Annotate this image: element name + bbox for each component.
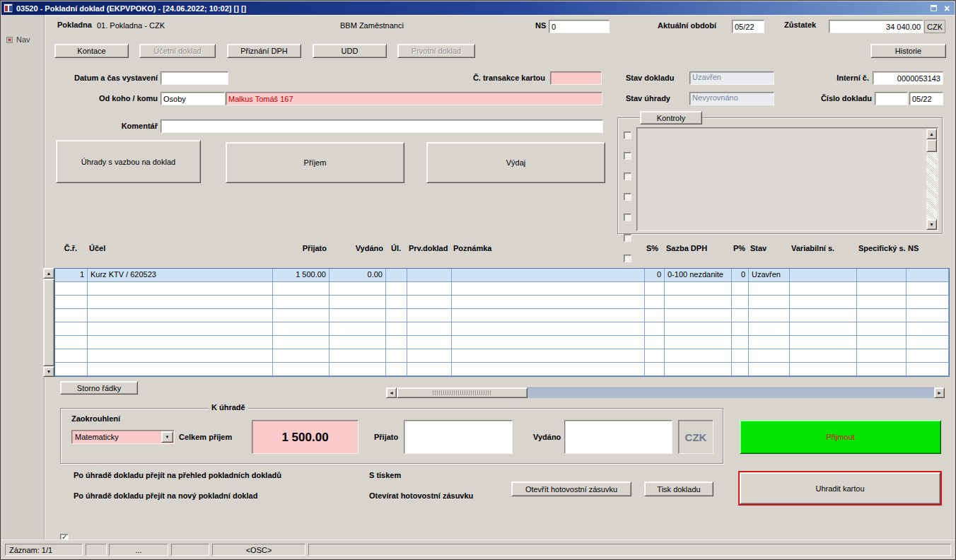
app-window: 03520 - Pokladní doklad (EKPVPOKO) - [24… (0, 0, 956, 560)
scroll-up-button[interactable]: ▲ (43, 268, 54, 279)
komentar-input[interactable] (161, 119, 603, 133)
cislo-input[interactable] (875, 92, 908, 105)
datum-input[interactable] (161, 71, 228, 85)
ns-input[interactable] (549, 20, 610, 33)
table-row-empty[interactable] (55, 336, 949, 349)
table-horizontal-scrollbar[interactable]: ◄ ► (386, 387, 945, 398)
ns-label: NS (535, 21, 546, 30)
cell-variabilni (790, 269, 857, 282)
col-header: Přijato (272, 244, 329, 255)
pokladna-label: Pokladna (57, 21, 92, 29)
arrow-down-icon: ▼ (47, 369, 52, 374)
close-icon: × (944, 4, 950, 13)
arrow-up-icon: ▲ (929, 129, 934, 139)
cell-prvdoklad (407, 269, 452, 282)
kontroly-button[interactable]: Kontroly (640, 111, 702, 124)
scroll-track[interactable] (527, 387, 934, 398)
table-row-empty[interactable] (55, 363, 949, 376)
col-header: P% (731, 244, 748, 255)
cell-sazba: 0-100 nezdanite (665, 269, 732, 282)
table-header-row: Č.ř. Účel Přijato Vydáno Úl. Prv.doklad … (54, 244, 950, 255)
scroll-right-button[interactable]: ► (934, 387, 945, 398)
cell-prijato: 1 500.00 (273, 269, 330, 282)
statusbar-dots: ... (109, 544, 168, 556)
kontroly-checkbox: ✓ (624, 132, 631, 139)
scroll-thumb[interactable] (926, 139, 937, 152)
priznani-dph-button[interactable]: Přiznání DPH (227, 44, 301, 58)
table-body: 1 Kurz KTV / 620523 1 500.00 0.00 0 0-10… (54, 268, 950, 377)
cell-poznamka (452, 269, 645, 282)
table-row-empty[interactable] (55, 309, 949, 322)
kontroly-list: ▲ ▼ (636, 127, 938, 231)
scroll-up-button[interactable]: ▲ (926, 129, 937, 139)
restore-icon (931, 5, 937, 11)
cell-stav: Uzavřen (749, 269, 790, 282)
cell-ul (386, 269, 407, 282)
celkem-value: 1 500.00 (252, 420, 358, 454)
arrow-down-icon: ▼ (929, 219, 934, 230)
uhrady-vazba-button[interactable]: Úhrady s vazbou na doklad (56, 140, 201, 183)
otevrit-zasuvku-button[interactable]: Otevřít hotovostní zásuvku (511, 482, 631, 496)
window-restore-button[interactable] (928, 3, 939, 13)
odkoho-value-input[interactable] (226, 92, 602, 105)
kontroly-scrollbar[interactable]: ▲ ▼ (926, 129, 937, 230)
vydaj-button[interactable]: Výdaj (426, 142, 605, 183)
prijmout-button[interactable]: Přijmout (740, 420, 941, 454)
table-row-empty[interactable] (55, 296, 949, 309)
scroll-thumb[interactable] (43, 279, 54, 366)
arrow-right-icon: ► (937, 390, 942, 395)
prijato-label: Přijato (374, 433, 398, 441)
historie-button[interactable]: Historie (870, 44, 946, 58)
k-uhrade-legend: K úhradě (209, 403, 248, 412)
prijato-input[interactable] (404, 420, 513, 454)
table-row-empty[interactable] (55, 282, 949, 296)
kontroly-checkbox: ✓ (624, 214, 631, 221)
stav-dokladu-field: Uzavřen (689, 71, 774, 85)
cislo-obdobi-input[interactable] (909, 92, 943, 105)
table-row-empty[interactable] (55, 322, 949, 336)
pokladna-value: 01. Pokladna - CZK (97, 21, 165, 30)
scroll-track[interactable] (926, 152, 937, 219)
transakce-label: Č. transakce kartou (439, 74, 545, 82)
kontace-button[interactable]: Kontace (54, 44, 129, 58)
table-row-selected[interactable]: 1 Kurz KTV / 620523 1 500.00 0.00 0 0-10… (55, 269, 949, 282)
interni-label: Interní č. (805, 74, 869, 82)
titlebar: 03520 - Pokladní doklad (EKPVPOKO) - [24… (1, 1, 955, 15)
table-vertical-scrollbar[interactable]: ▲ ▼ (43, 268, 54, 377)
kontroly-checkbox: ✓ (624, 234, 631, 242)
odkoho-type-input[interactable] (161, 92, 225, 105)
checkbox-s-tiskem-label: S tiskem (369, 471, 401, 479)
obdobi-input[interactable] (732, 20, 764, 33)
storno-radky-button[interactable]: Storno řádky (60, 381, 138, 395)
scroll-down-button[interactable]: ▼ (926, 219, 937, 230)
col-header: Sazba DPH (664, 244, 731, 255)
prijem-button[interactable]: Příjem (226, 142, 404, 183)
checkbox-otevirat-zasuvku-label: Otevírat hotovostní zásuvku (369, 491, 473, 500)
statusbar-osc: <OSC> (212, 544, 305, 556)
col-header: Stav (748, 244, 789, 255)
tisk-dokladu-button[interactable]: Tisk dokladu (644, 482, 713, 496)
cell-s: 0 (645, 269, 665, 282)
dropdown-button[interactable]: ▼ (161, 431, 173, 443)
table-row-empty[interactable] (55, 349, 949, 363)
vydano-input[interactable] (564, 420, 672, 454)
zaokrouhleni-select[interactable]: Matematicky ▼ (71, 430, 175, 444)
scroll-thumb[interactable] (397, 387, 527, 398)
col-header: NS (906, 244, 948, 255)
col-header: Prv.doklad (407, 244, 451, 255)
nav-label[interactable]: Nav (16, 35, 30, 44)
uhradit-kartou-button[interactable]: Uhradit kartou (740, 472, 940, 504)
thumb-grip (433, 390, 492, 395)
chevron-down-icon: ▼ (165, 432, 170, 443)
kontroly-checkbox: ✓ (624, 152, 631, 160)
udd-button[interactable]: UDD (313, 44, 387, 58)
window-close-button[interactable]: × (941, 3, 952, 13)
interni-input (873, 71, 943, 85)
celkem-label: Celkem příjem (179, 433, 232, 441)
scroll-down-button[interactable]: ▼ (43, 366, 54, 377)
statusbar-cell (308, 544, 951, 556)
scroll-left-button[interactable]: ◄ (386, 387, 397, 398)
col-header: Variabilní s. (789, 244, 856, 255)
col-header: S% (644, 244, 664, 255)
cell-ns (907, 269, 949, 282)
